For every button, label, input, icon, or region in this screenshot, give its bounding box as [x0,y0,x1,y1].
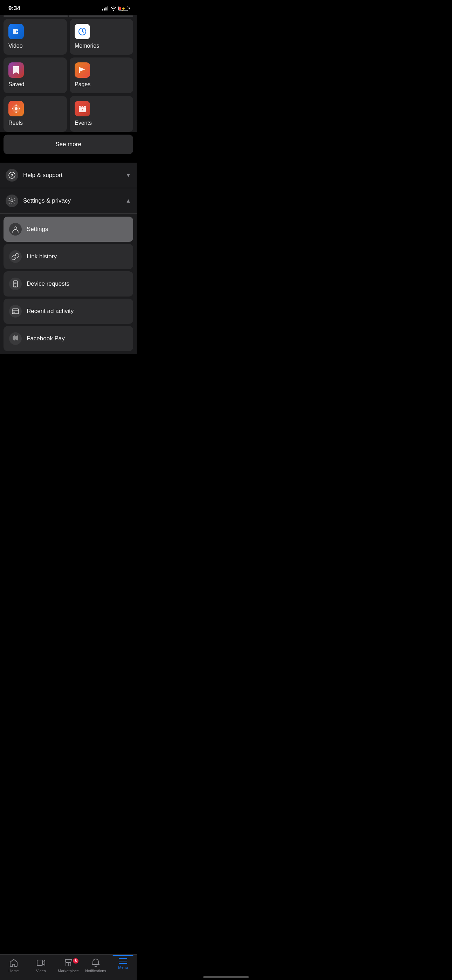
grid-label-pages: Pages [75,81,128,88]
grid-row-2: Saved Pages [3,57,133,93]
svg-point-10 [16,105,17,106]
status-time: 9:34 [8,5,20,12]
video-icon [8,24,24,39]
svg-rect-6 [79,67,80,73]
svg-point-13 [19,108,20,109]
saved-icon [8,62,24,78]
sub-item-settings-label: Settings [27,226,48,233]
settings-privacy-chevron: ▲ [126,198,131,204]
svg-point-12 [12,108,13,109]
sub-item-recent-ad-activity[interactable]: Recent ad activity [3,299,133,324]
grid-label-reels: Reels [8,120,62,126]
facebook-pay-icon [9,332,22,345]
sub-item-facebook-pay[interactable]: Facebook Pay [3,326,133,351]
svg-rect-25 [14,283,16,284]
svg-point-11 [16,111,17,113]
top-cards-partial [0,15,137,18]
settings-person-icon [9,223,22,235]
sub-item-settings[interactable]: Settings [3,216,133,242]
grid-section: Video Memories [0,18,137,132]
help-support-chevron: ▼ [126,172,131,178]
sub-item-device-requests[interactable]: Device requests [3,271,133,296]
grid-label-events: Events [75,120,128,126]
svg-rect-28 [13,312,15,313]
section-divider [0,160,137,162]
svg-rect-17 [79,108,86,108]
sub-item-link-history-label: Link history [27,253,57,260]
svg-rect-16 [83,105,84,107]
grid-item-events[interactable]: Events [70,96,133,132]
sub-item-link-history[interactable]: Link history [3,244,133,269]
link-history-icon [9,250,22,263]
see-more-button[interactable]: See more [3,135,133,154]
grid-item-reels[interactable]: Reels [3,96,67,132]
settings-privacy-row[interactable]: Settings & privacy ▲ [0,188,137,214]
grid-item-saved[interactable]: Saved [3,57,67,93]
help-support-label: Help & support [23,172,62,179]
pages-icon [75,62,90,78]
grid-item-memories[interactable]: Memories [70,19,133,55]
settings-privacy-left: Settings & privacy [6,194,71,207]
signal-icon [102,6,108,11]
grid-item-video[interactable]: Video [3,19,67,55]
grid-item-pages[interactable]: Pages [70,57,133,93]
svg-point-9 [15,107,18,110]
status-bar: 9:34 ⚡ [0,0,137,15]
battery-icon: ⚡ [118,6,128,11]
wifi-icon [110,6,116,11]
grid-label-video: Video [8,43,62,49]
recent-ad-activity-icon [9,305,22,318]
svg-rect-26 [12,309,19,314]
help-support-left: ? Help & support [6,169,62,181]
memories-icon [75,24,90,39]
help-support-row[interactable]: ? Help & support ▼ [0,162,137,188]
svg-point-21 [11,200,13,202]
events-icon [75,101,90,116]
svg-marker-7 [80,67,85,72]
grid-row-1: Video Memories [3,19,133,55]
scroll-content: Video Memories [0,15,137,385]
settings-gear-icon [6,194,18,207]
grid-row-3: Reels Events [3,96,133,132]
sub-item-facebook-pay-label: Facebook Pay [27,335,65,342]
reels-icon [8,101,24,116]
grid-label-memories: Memories [75,43,128,49]
svg-rect-15 [81,105,82,107]
settings-privacy-label: Settings & privacy [23,197,71,204]
svg-text:?: ? [11,173,13,178]
sub-item-device-requests-label: Device requests [27,280,69,287]
help-support-section: ? Help & support ▼ [0,162,137,188]
status-icons: ⚡ [102,6,128,11]
svg-point-22 [14,227,17,229]
grid-label-saved: Saved [8,81,62,88]
help-icon: ? [6,169,18,181]
settings-sub-items: Settings Link history Device requests [0,214,137,354]
device-requests-icon [9,278,22,290]
sub-item-recent-ad-label: Recent ad activity [27,308,73,315]
settings-privacy-section: Settings & privacy ▲ [0,188,137,214]
